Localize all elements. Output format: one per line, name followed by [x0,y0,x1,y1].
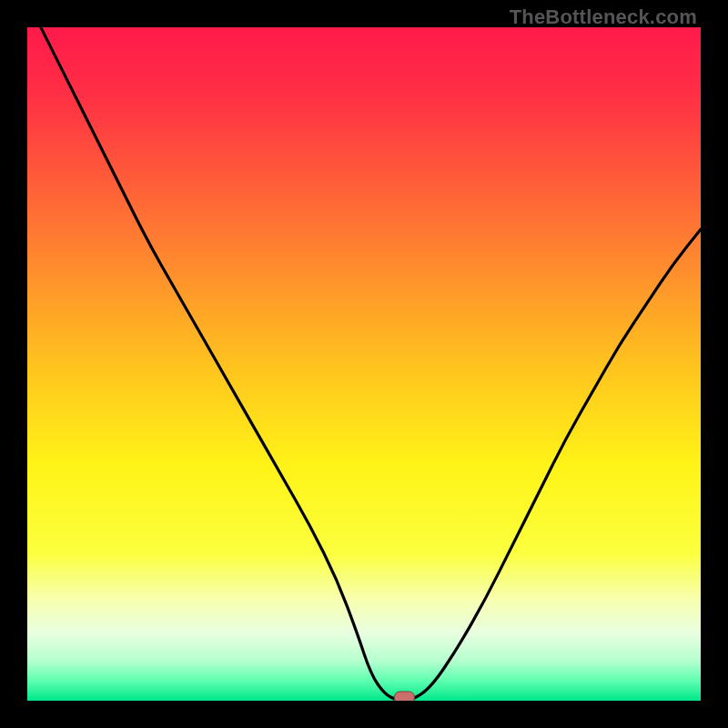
bottleneck-curve [41,27,701,701]
watermark-text: TheBottleneck.com [510,5,697,29]
chart-frame: TheBottleneck.com [0,0,728,728]
curve-layer [27,27,701,701]
optimal-point-marker [394,692,414,701]
plot-area [27,27,701,701]
